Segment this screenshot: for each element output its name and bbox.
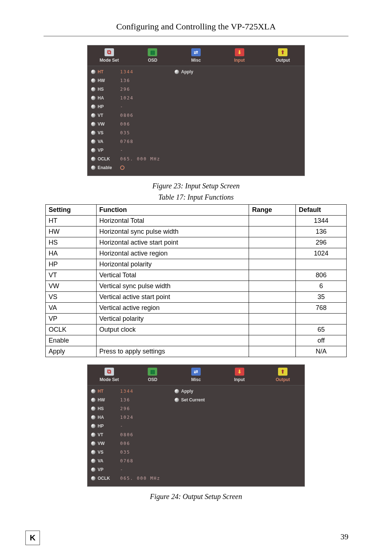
table-cell — [249, 335, 296, 346]
table-cell: 806 — [296, 270, 347, 281]
table-cell — [249, 259, 296, 270]
tab-osd[interactable]: ▤OSD — [131, 45, 175, 66]
osd-label-vs[interactable]: VS — [98, 450, 103, 455]
osd-label-ht[interactable]: HT — [98, 389, 103, 394]
table-cell — [249, 346, 296, 357]
osd-value-hs: 296 — [120, 85, 175, 94]
osd-value-vt: 0806 — [120, 111, 175, 120]
table-cell: HA — [46, 248, 97, 259]
osd-label-enable[interactable]: Enable — [98, 165, 112, 170]
osd-label-vt[interactable]: VT — [98, 113, 103, 118]
osd-icon: ▤ — [148, 48, 157, 56]
osd-label-vw[interactable]: VW — [98, 122, 105, 127]
table-cell: VS — [46, 292, 97, 303]
tab-input[interactable]: ⬇Input — [218, 45, 261, 66]
radio-icon — [91, 476, 95, 481]
table-cell: 35 — [296, 292, 347, 303]
radio-icon — [175, 389, 179, 393]
tab-mode-set-label: Mode Set — [99, 58, 119, 63]
osd-label-hp[interactable]: HP — [98, 424, 104, 429]
osd-label-ha[interactable]: HA — [98, 95, 104, 101]
osd-value-enable — [120, 163, 175, 172]
osd-icon: ▤ — [148, 368, 157, 376]
table-cell — [249, 303, 296, 314]
osd-label-ht[interactable]: HT — [98, 69, 103, 74]
radio-icon — [91, 165, 95, 170]
kramer-logo: K — [25, 531, 40, 545]
tab-misc-label-2: Misc — [191, 377, 201, 382]
enable-circle-icon[interactable] — [120, 165, 124, 170]
radio-icon — [91, 131, 95, 135]
table-row: HWHorizontal sync pulse width136 — [46, 226, 347, 237]
table-cell: 768 — [296, 303, 347, 314]
tab-input-label-2: Input — [234, 377, 245, 382]
osd-label-vs[interactable]: VS — [98, 130, 103, 135]
tab-output-label-2: Output — [276, 377, 290, 382]
osd-value-oclk: 065. 000 MHz — [120, 155, 175, 163]
table-cell: off — [296, 335, 347, 346]
table-cell — [249, 237, 296, 248]
table-cell: Vertical Total — [96, 270, 249, 281]
table-cell — [249, 292, 296, 303]
osd-action-apply[interactable]: Apply — [181, 69, 193, 74]
osd-value-vp: - — [120, 146, 175, 155]
tab-output[interactable]: ⬆Output — [261, 45, 305, 66]
osd-label-oclk[interactable]: OCLK — [98, 156, 110, 162]
input-functions-table: SettingFunctionRangeDefault HTHorizontal… — [45, 204, 347, 357]
radio-icon — [91, 389, 95, 393]
osd-label-vt[interactable]: VT — [98, 432, 103, 437]
osd-label-hs[interactable]: HS — [98, 87, 104, 92]
tab-output-2[interactable]: ⬆Output — [261, 365, 305, 385]
osd-label-vp[interactable]: VP — [98, 148, 103, 153]
osd-label-hs[interactable]: HS — [98, 406, 104, 411]
osd-label-hw[interactable]: HW — [98, 78, 105, 83]
osd-label-vw[interactable]: VW — [98, 441, 105, 446]
misc-icon: ⇄ — [191, 48, 201, 56]
tab-osd-2[interactable]: ▤OSD — [131, 365, 175, 385]
table-row: ApplyPress to apply settingsN/A — [46, 346, 347, 357]
radio-icon — [91, 459, 95, 463]
tab-input-2[interactable]: ⬇Input — [218, 365, 261, 385]
osd-label-hp[interactable]: HP — [98, 104, 104, 109]
table-cell: 136 — [296, 226, 347, 237]
radio-icon — [91, 96, 95, 100]
tab-misc[interactable]: ⇄Misc — [174, 45, 218, 66]
osd-value-hw: 136 — [120, 396, 175, 404]
tab-misc-2[interactable]: ⇄Misc — [174, 365, 218, 385]
table-cell: 1024 — [296, 248, 347, 259]
table-row: HPHorizontal polarity — [46, 259, 347, 270]
table-cell: Apply — [46, 346, 97, 357]
osd-value-ht: 1344 — [120, 68, 175, 76]
table-cell: Enable — [46, 335, 97, 346]
table-17-caption: Table 17: Input Functions — [44, 193, 348, 201]
osd-label-ha[interactable]: HA — [98, 415, 104, 420]
osd-value-vw: 006 — [120, 120, 175, 128]
osd-label-va[interactable]: VA — [98, 139, 103, 144]
table-cell: 6 — [296, 281, 347, 292]
osd-label-vp[interactable]: VP — [98, 467, 103, 472]
table-cell — [249, 226, 296, 237]
table-header: Function — [96, 205, 249, 216]
table-cell: Horizontal polarity — [96, 259, 249, 270]
tab-mode-set-2[interactable]: ⧉Mode Set — [87, 365, 131, 385]
tab-mode-set[interactable]: ⧉Mode Set — [87, 45, 131, 66]
osd-label-oclk[interactable]: OCLK — [98, 476, 110, 481]
osd-value-hp: - — [120, 102, 175, 111]
osd-label-va[interactable]: VA — [98, 458, 103, 463]
table-cell: HP — [46, 259, 97, 270]
tab-input-label: Input — [234, 58, 245, 63]
table-cell: N/A — [296, 346, 347, 357]
page-header: Configuring and Controlling the VP-725XL… — [44, 22, 348, 36]
table-row: VAVertical active region768 — [46, 303, 347, 314]
osd-value-hw: 136 — [120, 76, 175, 85]
osd-action-set-current[interactable]: Set Current — [181, 397, 205, 402]
radio-icon — [91, 467, 95, 472]
output-icon: ⬆ — [278, 368, 287, 376]
osd-value-hs: 296 — [120, 404, 175, 413]
osd-value-oclk: 065. 000 MHz — [120, 474, 175, 483]
osd-label-hw[interactable]: HW — [98, 397, 105, 402]
table-cell — [249, 324, 296, 335]
table-cell: Output clock — [96, 324, 249, 335]
osd-action-apply[interactable]: Apply — [181, 389, 193, 394]
osd-value-va: 0768 — [120, 457, 175, 465]
